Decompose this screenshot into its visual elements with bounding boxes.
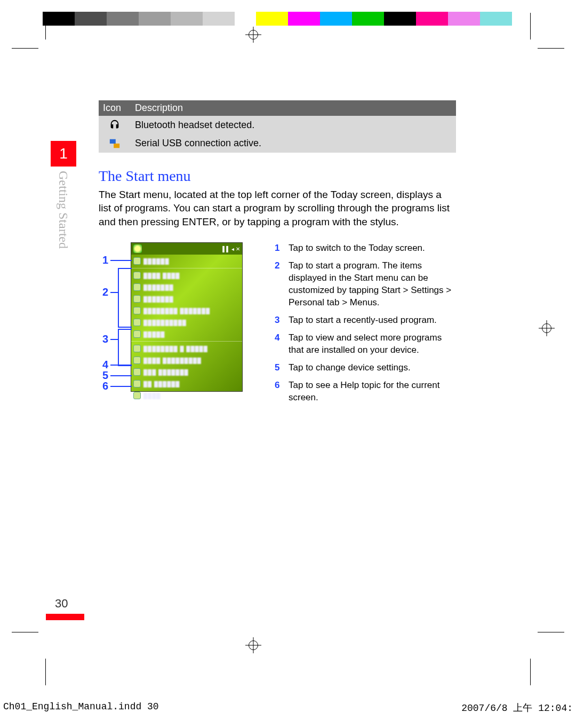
svg-rect-1 bbox=[114, 144, 119, 148]
callout-leader bbox=[110, 292, 118, 293]
callout-number: 1 bbox=[99, 254, 108, 266]
table-cell-desc: Serial USB connection active. bbox=[131, 134, 456, 152]
table-cell-desc: Bluetooth headset detected. bbox=[131, 116, 456, 134]
callout-bracket bbox=[118, 268, 119, 327]
page-number-accent bbox=[46, 614, 84, 620]
footer-timestamp: 2007/6/8 上午 12:04: bbox=[461, 701, 573, 714]
callout-number: 3 bbox=[99, 333, 108, 345]
registration-mark-right bbox=[539, 320, 555, 336]
device-screenshot: ▌▌ ◂ ✕ ██████ ████ ████ ███████ ███████ … bbox=[131, 242, 243, 392]
table-header-icon: Icon bbox=[99, 100, 131, 116]
callout-leader bbox=[118, 329, 132, 330]
page-content: 1 Getting Started Icon Description Bluet… bbox=[51, 100, 456, 409]
section-paragraph: The Start menu, located at the top left … bbox=[99, 188, 456, 229]
svg-rect-0 bbox=[110, 139, 116, 143]
table-row: Serial USB connection active. bbox=[99, 134, 456, 152]
chapter-title-vertical: Getting Started bbox=[56, 171, 70, 249]
callout-leader bbox=[118, 268, 132, 269]
crop-mark bbox=[538, 48, 564, 49]
registration-mark-top bbox=[245, 27, 261, 43]
callout-leader bbox=[118, 327, 132, 328]
callout-leader bbox=[110, 386, 132, 387]
legend-item: 2Tap to start a program. The items displ… bbox=[275, 260, 456, 309]
registration-mark-bottom bbox=[245, 637, 261, 653]
callout-leader bbox=[110, 260, 132, 261]
crop-mark bbox=[12, 632, 38, 632]
callout-number: 6 bbox=[99, 380, 108, 392]
section-heading: The Start menu bbox=[99, 168, 456, 185]
callout-leader bbox=[110, 339, 118, 340]
crop-mark bbox=[530, 13, 531, 39]
crop-mark bbox=[12, 48, 38, 49]
crop-mark bbox=[45, 659, 46, 685]
crop-mark bbox=[530, 659, 531, 685]
headset-icon bbox=[109, 119, 121, 131]
callout-leader bbox=[110, 365, 132, 366]
callout-bracket bbox=[118, 329, 119, 365]
start-menu-figure: ▌▌ ◂ ✕ ██████ ████ ████ ███████ ███████ … bbox=[99, 242, 259, 409]
footer-file: Ch01_English_Manual.indd 30 bbox=[3, 701, 159, 714]
legend-item: 3Tap to start a recently-used program. bbox=[275, 314, 456, 327]
icon-description-table: Icon Description Bluetooth headset detec… bbox=[99, 100, 456, 153]
callout-number: 2 bbox=[99, 286, 108, 298]
legend-item: 5Tap to change device settings. bbox=[275, 362, 456, 374]
usb-serial-icon bbox=[109, 138, 121, 149]
callout-leader bbox=[110, 375, 132, 376]
print-color-bar bbox=[0, 12, 576, 26]
legend-item: 1Tap to switch to the Today screen. bbox=[275, 242, 456, 255]
crop-mark bbox=[538, 632, 564, 632]
page-number: 30 bbox=[55, 597, 68, 611]
chapter-number-badge: 1 bbox=[51, 141, 76, 167]
legend-item: 6Tap to see a Help topic for the current… bbox=[275, 379, 456, 404]
legend-item: 4Tap to view and select more programs th… bbox=[275, 332, 456, 357]
table-header-desc: Description bbox=[131, 100, 456, 116]
callout-legend: 1Tap to switch to the Today screen. 2Tap… bbox=[275, 242, 456, 409]
print-footer: Ch01_English_Manual.indd 30 2007/6/8 上午 … bbox=[0, 701, 576, 714]
crop-mark bbox=[45, 13, 46, 39]
table-row: Bluetooth headset detected. bbox=[99, 116, 456, 134]
